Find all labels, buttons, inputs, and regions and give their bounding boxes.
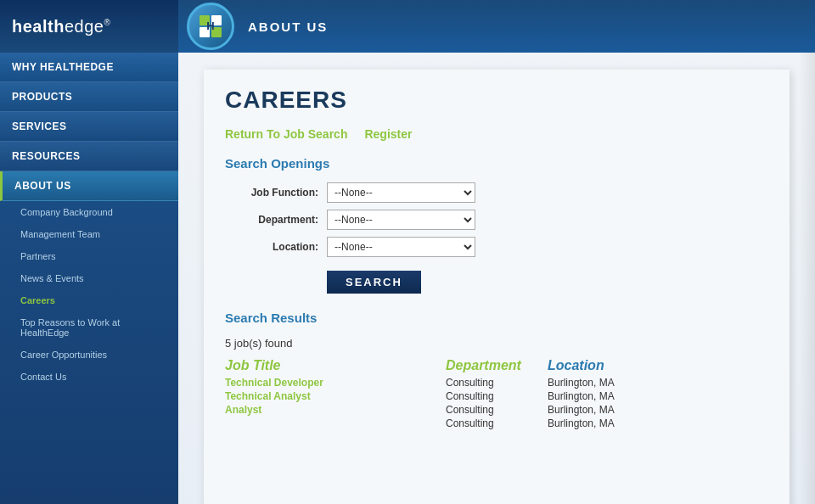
logo: healthedge®: [12, 17, 110, 36]
search-form: Job Function: --None-- Department: --Non…: [225, 182, 768, 294]
return-to-search-link[interactable]: Return To Job Search: [225, 127, 347, 141]
row-2-loc: Burlington, MA: [548, 390, 666, 402]
job-function-label: Job Function:: [225, 187, 318, 199]
job-title-header: Job Title: [225, 358, 281, 372]
sidebar-item-resources[interactable]: Resources: [0, 142, 178, 171]
results-header: Job Title Department Location: [225, 358, 768, 373]
logo-light: edge: [65, 17, 104, 36]
content-area: CAREERS Return To Job Search Register Se…: [178, 53, 815, 504]
col-header-location: Location: [548, 358, 666, 373]
header-nav-area: H ABOUT US: [178, 0, 815, 53]
sidebar-sub-top-reasons[interactable]: Top Reasons to Work at HealthEdge: [0, 311, 178, 344]
department-row: Department: --None--: [225, 210, 768, 230]
logo-sup: ®: [104, 18, 110, 27]
col-header-department: Department: [446, 358, 548, 373]
top-header: healthedge® H ABOUT US: [0, 0, 815, 53]
logo-bold: health: [12, 17, 65, 36]
svg-text:H: H: [206, 20, 214, 32]
sidebar-item-services[interactable]: Services: [0, 112, 178, 142]
row-2-dept: Consulting: [446, 390, 548, 402]
department-select[interactable]: --None--: [327, 210, 475, 230]
location-select[interactable]: --None--: [327, 237, 475, 257]
results-count: 5 job(s) found: [225, 337, 768, 350]
row-1-dept: Consulting: [446, 377, 548, 389]
location-row: Location: --None--: [225, 237, 768, 257]
sidebar-sub-careers[interactable]: Careers: [0, 289, 178, 311]
sidebar-sub-career-opp[interactable]: Career Opportunities: [0, 344, 178, 366]
search-button[interactable]: SEARCH: [327, 271, 421, 294]
action-links: Return To Job Search Register: [225, 127, 768, 141]
header-logo-circle: H: [187, 3, 234, 50]
sidebar-sub-management[interactable]: Management Team: [0, 223, 178, 245]
table-row: Consulting Burlington, MA: [225, 417, 768, 429]
row-3-title[interactable]: Analyst: [225, 404, 446, 416]
sidebar-item-products[interactable]: Products: [0, 82, 178, 112]
sidebar-sub-contact[interactable]: Contact Us: [0, 366, 178, 388]
row-2-title[interactable]: Technical Analyst: [225, 390, 446, 402]
job-function-row: Job Function: --None--: [225, 182, 768, 203]
register-link[interactable]: Register: [364, 127, 412, 141]
sidebar-item-why[interactable]: Why HealthEdge: [0, 53, 178, 82]
results-section-title: Search Results: [225, 311, 768, 325]
search-section-title: Search Openings: [225, 156, 768, 171]
department-label: Department:: [225, 214, 318, 226]
row-3-loc: Burlington, MA: [548, 404, 666, 416]
location-label: Location:: [225, 241, 318, 253]
header-nav-title: ABOUT US: [248, 20, 328, 34]
content-wrapper: CAREERS Return To Job Search Register Se…: [204, 70, 790, 504]
row-4-loc: Burlington, MA: [548, 417, 666, 429]
results-section: Search Results 5 job(s) found Job Title …: [225, 311, 768, 429]
table-row: Analyst Consulting Burlington, MA: [225, 404, 768, 416]
search-button-row: SEARCH: [225, 264, 768, 294]
page-title: CAREERS: [225, 87, 768, 114]
table-row: Technical Analyst Consulting Burlington,…: [225, 390, 768, 402]
right-shadow: [798, 53, 815, 504]
job-function-select[interactable]: --None--: [327, 182, 475, 203]
row-1-loc: Burlington, MA: [548, 377, 666, 389]
sidebar-sub-company[interactable]: Company Background: [0, 201, 178, 223]
row-1-title[interactable]: Technical Developer: [225, 377, 446, 389]
sidebar: Why HealthEdge Products Services Resourc…: [0, 53, 178, 504]
main-layout: Why HealthEdge Products Services Resourc…: [0, 53, 815, 504]
logo-area: healthedge®: [0, 0, 178, 53]
sidebar-sub-news[interactable]: News & Events: [0, 267, 178, 289]
sidebar-sub-partners[interactable]: Partners: [0, 245, 178, 267]
col-header-job-title: Job Title: [225, 358, 446, 373]
sidebar-item-about[interactable]: About Us: [0, 171, 178, 201]
table-row: Technical Developer Consulting Burlingto…: [225, 377, 768, 389]
header-logo-icon: H: [198, 14, 223, 39]
location-header: Location: [548, 358, 604, 372]
row-3-dept: Consulting: [446, 404, 548, 416]
row-4-dept: Consulting: [446, 417, 548, 429]
department-header: Department: [446, 358, 521, 372]
